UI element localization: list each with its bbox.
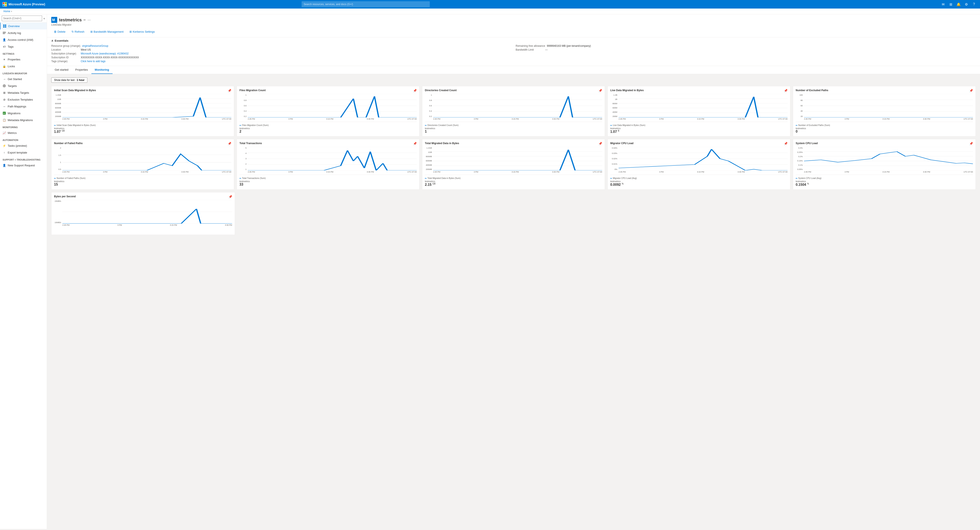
resource-name: testmetrics: [59, 17, 82, 22]
sidebar-item-overview[interactable]: Overview: [0, 23, 47, 30]
email-icon[interactable]: ✉: [940, 1, 947, 8]
sidebar-item-tags[interactable]: 🏷 Tags: [0, 43, 47, 50]
essentials-row-tags: Tags (change) Click here to add tags: [51, 59, 511, 63]
chart-files-migration-summary: Files Migration Count (Sum) testmetrics …: [239, 122, 417, 133]
tab-monitoring[interactable]: Monitoring: [91, 66, 113, 74]
sidebar-collapse-btn[interactable]: «: [43, 17, 45, 20]
chart-system-cpu-wrapper: 0.3% 0.25% 0.2% 0.15% 0.1% 0.05%: [795, 147, 973, 170]
sidebar-item-path-mappings[interactable]: ↔ Path Mappings: [0, 103, 47, 110]
svg-rect-8: [3, 32, 6, 32]
pin-total-migrated[interactable]: 📌: [598, 142, 602, 145]
pin-excluded-paths[interactable]: 📌: [969, 89, 973, 92]
sparkline-transactions: [248, 147, 417, 170]
apps-icon[interactable]: ⊞: [948, 1, 955, 8]
sidebar-item-tasks[interactable]: ⚡ Tasks (preview): [0, 142, 47, 149]
refresh-button[interactable]: ↻ Refresh: [69, 29, 87, 35]
overview-icon: [3, 24, 6, 28]
sidebar-support-label: New Support Request: [8, 164, 35, 167]
essentials-header[interactable]: ∧ Essentials: [51, 37, 976, 44]
time-filter-button[interactable]: Show data for last : 1 hour: [51, 78, 88, 83]
sparkline-live-data: [619, 94, 788, 117]
essentials-row-location: Location West US: [51, 48, 511, 52]
search-input[interactable]: [302, 1, 430, 7]
pin-total-transactions[interactable]: 📌: [413, 142, 417, 145]
pin-live-data[interactable]: 📌: [784, 89, 788, 92]
svg-rect-7: [5, 26, 6, 27]
settings-section-label: Settings: [0, 50, 47, 56]
pin-bytes-per-second[interactable]: 📌: [229, 195, 232, 198]
pin-files-migration[interactable]: 📌: [413, 89, 417, 92]
sidebar-item-get-started[interactable]: → Get Started: [0, 76, 47, 83]
subscription-link[interactable]: Microsoft Azure (wandiscoeap): #1390432: [81, 52, 129, 55]
tabs: Get started Properties Monitoring: [47, 66, 980, 74]
chart-live-data: Live Data Migrated in Bytes 📌 1.2B 1B 80…: [608, 86, 790, 136]
targets-icon: [3, 84, 6, 87]
chart-live-data-wrapper: 1.2B 1B 800M 600M 400M 200M: [610, 94, 788, 117]
breadcrumb-separator: ›: [11, 10, 12, 13]
sidebar-item-exclusion-templates[interactable]: ⊘ Exclusion Templates: [0, 96, 47, 103]
chart-bytes-per-second: Bytes per Second 📌 15MB/s 10MB/s: [51, 192, 235, 235]
sidebar-item-metadata-migrations[interactable]: 📋 Metadata Migrations: [0, 117, 47, 124]
sidebar-getstarted-label: Get Started: [8, 78, 22, 81]
tab-properties[interactable]: Properties: [72, 66, 91, 74]
essentials-row-bandwidth: Bandwidth Limit ---: [515, 48, 976, 52]
kerberos-button[interactable]: ⊞ Kerberos Settings: [127, 29, 157, 35]
essentials-section: ∧ Essentials Resource group (change) vir…: [47, 37, 980, 66]
content-header: M testmetrics ✏ ··· LiveData Migrator 🗑 …: [47, 14, 980, 37]
resource-icon: M: [51, 17, 57, 23]
sidebar-tasks-label: Tasks (preview): [8, 144, 27, 148]
properties-icon: ≡: [3, 58, 6, 61]
sidebar: « Overview Activity log 👤 Access control…: [0, 14, 47, 529]
pin-initial-scan[interactable]: 📌: [228, 89, 231, 92]
search-bar[interactable]: [302, 1, 430, 7]
chart-directories-created: Directories Created Count 📌 1 0.8 0.6 0.…: [422, 86, 605, 136]
sidebar-item-export-template[interactable]: ↑ Export template: [0, 149, 47, 156]
pin-failed-paths[interactable]: 📌: [228, 142, 231, 145]
sidebar-item-migrations[interactable]: M Migrations: [0, 110, 47, 117]
chart-files-migration: Files Migration Count 📌 1 0.8 0.6 0.4 0.…: [237, 86, 420, 136]
pin-directories[interactable]: 📌: [598, 89, 602, 92]
sidebar-item-targets[interactable]: Targets: [0, 83, 47, 89]
sidebar-item-metrics[interactable]: 📈 Metrics: [0, 129, 47, 136]
iam-icon: 👤: [3, 38, 6, 41]
chart-total-transactions: Total Transactions 📌 5 4 3 2 1: [237, 139, 420, 189]
essentials-row-subscription: Subscription (change) Microsoft Azure (w…: [51, 52, 511, 56]
chart-total-migrated-summary: Total Migrated Data in Bytes (Sum) testm…: [425, 175, 602, 187]
delete-button[interactable]: 🗑 Delete: [51, 29, 68, 35]
metadata-targets-icon: ⊞: [3, 91, 6, 94]
rename-icon[interactable]: ✏: [84, 18, 86, 22]
sparkline-excluded-paths: [804, 94, 973, 117]
notification-icon[interactable]: 🔔: [955, 1, 962, 8]
bandwidth-button[interactable]: ⊞ Bandwidth Management: [88, 29, 126, 35]
filter-bar: Show data for last : 1 hour: [51, 78, 976, 83]
sidebar-overview-label: Overview: [8, 25, 20, 28]
pin-migrator-cpu[interactable]: 📌: [784, 142, 788, 145]
svg-point-13: [4, 86, 5, 86]
more-icon[interactable]: ···: [88, 18, 91, 22]
sidebar-item-access-control[interactable]: 👤 Access control (IAM): [0, 36, 47, 43]
rg-link[interactable]: virginiaResourceGroup: [82, 44, 108, 48]
sidebar-item-properties[interactable]: ≡ Properties: [0, 56, 47, 63]
sidebar-exclusion-label: Exclusion Templates: [8, 98, 33, 101]
support-section-label: Support + troubleshooting: [0, 156, 47, 162]
sidebar-item-new-support[interactable]: 👤 New Support Request: [0, 162, 47, 169]
chart-directories-summary: Directories Created Count (Sum) testmetr…: [425, 122, 602, 133]
svg-rect-9: [3, 33, 6, 33]
help-icon[interactable]: ?: [970, 1, 977, 8]
svg-rect-0: [3, 2, 5, 4]
meta-migrations-icon: 📋: [3, 118, 6, 122]
tab-get-started[interactable]: Get started: [51, 66, 72, 74]
sidebar-item-metadata-targets[interactable]: ⊞ Metadata Targets: [0, 89, 47, 96]
get-started-icon: →: [3, 77, 6, 81]
chart-system-cpu-summary: System CPU Load (Avg) testmetrics 0.1504…: [795, 175, 973, 187]
essentials-row-sub-id: Subscription ID XXXXXXXX-XXXX-XXXX-XXXX-…: [51, 56, 511, 59]
tags-link[interactable]: Click here to add tags: [81, 60, 105, 63]
sidebar-search-input[interactable]: [2, 16, 42, 21]
app-title: Microsoft Azure (Preview): [8, 3, 45, 6]
settings-icon[interactable]: ⚙: [963, 1, 970, 8]
chart-directories-wrapper: 1 0.8 0.6 0.4 0.2: [425, 94, 602, 117]
sidebar-item-activity-log[interactable]: Activity log: [0, 30, 47, 36]
breadcrumb-home[interactable]: Home: [3, 10, 10, 13]
sidebar-item-locks[interactable]: 🔒 Locks: [0, 63, 47, 70]
pin-system-cpu[interactable]: 📌: [969, 142, 973, 145]
